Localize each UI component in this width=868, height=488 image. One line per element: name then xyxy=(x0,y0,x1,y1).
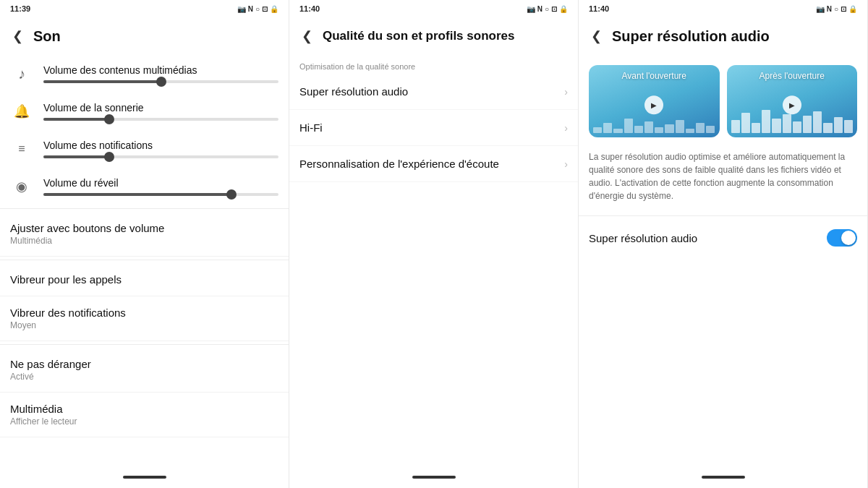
sq-hi-fi-label: Hi-Fi xyxy=(299,121,323,134)
volume-notifications-label: Volume des notifications xyxy=(43,140,278,151)
alarm-icon: ◉ xyxy=(10,175,33,198)
menu-vibreur-appels-title: Vibreur pour les appels xyxy=(10,273,122,286)
menu-multimedia[interactable]: Multimédia Afficher le lecteur xyxy=(0,393,289,437)
sq-personnalisation[interactable]: Personnalisation de l'expérience d'écout… xyxy=(289,146,578,182)
status-bar-3: 11:40 📷 N ○ ⊡ 🔒 xyxy=(579,0,867,17)
sr-description: La super résolution audio optimise et am… xyxy=(579,147,867,213)
sr-toggle-label: Super résolution audio xyxy=(589,232,697,244)
sr-card-after-play[interactable]: ▶ xyxy=(783,95,801,114)
panel-content-2: Optimisation de la qualité sonore Super … xyxy=(289,55,578,466)
volume-multimedia-slider[interactable] xyxy=(43,80,278,83)
bottom-nav-bar-1 xyxy=(123,476,166,479)
menu-ajuster-subtitle: Multimédia xyxy=(10,236,164,246)
volume-reveil-label: Volume du réveil xyxy=(43,177,278,189)
sq-super-resolution-label: Super résolution audio xyxy=(299,85,408,98)
divider-3 xyxy=(0,344,289,345)
panel-bottom-2 xyxy=(289,466,578,488)
page-title-2: Qualité du son et profils sonores xyxy=(323,29,514,43)
divider-2 xyxy=(0,260,289,260)
menu-multimedia-subtitle: Afficher le lecteur xyxy=(10,416,77,427)
volume-multimedia-controls: Volume des contenus multimédias xyxy=(43,64,278,83)
volume-multimedia: ♪ Volume des contenus multimédias xyxy=(0,55,289,93)
sr-toggle-switch[interactable] xyxy=(827,229,857,247)
volume-sonnerie-label: Volume de la sonnerie xyxy=(43,102,278,114)
back-button-1[interactable]: ❮ xyxy=(7,26,27,46)
notifications-icon: ≡ xyxy=(10,137,33,160)
sq-hi-fi[interactable]: Hi-Fi › xyxy=(289,110,578,146)
volume-reveil-controls: Volume du réveil xyxy=(43,177,278,196)
panel-qualite-son: 11:40 📷 N ○ ⊡ 🔒 ❮ Qualité du son et prof… xyxy=(289,0,579,488)
volume-reveil-slider[interactable] xyxy=(43,193,278,196)
menu-vibreur-appels[interactable]: Vibreur pour les appels xyxy=(0,263,289,296)
panel-header-2: ❮ Qualité du son et profils sonores xyxy=(289,17,578,55)
back-button-3[interactable]: ❮ xyxy=(586,26,606,46)
chevron-icon-2: › xyxy=(564,122,568,134)
panel-content-3: Avant l'ouverture ▶ xyxy=(579,55,867,466)
sr-toggle-knob xyxy=(841,231,856,245)
status-bar-1: 11:39 📷 N ○ ⊡ 🔒 xyxy=(0,0,289,17)
panel-header-3: ❮ Super résolution audio xyxy=(579,17,867,55)
sr-card-before-play[interactable]: ▶ xyxy=(644,95,663,114)
menu-ne-pas-deranger-subtitle: Activé xyxy=(10,372,91,382)
volume-sonnerie-controls: Volume de la sonnerie xyxy=(43,102,278,121)
sq-personnalisation-label: Personnalisation de l'expérience d'écout… xyxy=(299,158,499,170)
panel-bottom-3 xyxy=(579,466,867,488)
panel-super-resolution: 11:40 📷 N ○ ⊡ 🔒 ❮ Super résolution audio… xyxy=(579,0,868,488)
sr-card-before[interactable]: Avant l'ouverture ▶ xyxy=(589,65,720,137)
sr-preview: Avant l'ouverture ▶ xyxy=(579,55,867,147)
music-icon: ♪ xyxy=(10,62,33,85)
sr-card-after-label: Après l'ouverture xyxy=(727,71,858,81)
menu-vibreur-notif-subtitle: Moyen xyxy=(10,320,126,330)
bottom-nav-bar-3 xyxy=(702,476,745,479)
volume-notifications-controls: Volume des notifications xyxy=(43,140,278,158)
volume-reveil: ◉ Volume du réveil xyxy=(0,168,289,205)
page-title-3: Super résolution audio xyxy=(612,27,770,45)
sq-super-resolution[interactable]: Super résolution audio › xyxy=(289,74,578,110)
back-button-2[interactable]: ❮ xyxy=(297,26,317,46)
volume-notifications: ≡ Volume des notifications xyxy=(0,130,289,168)
divider-1 xyxy=(0,208,289,209)
volume-notifications-slider[interactable] xyxy=(43,155,278,158)
volume-sonnerie-slider[interactable] xyxy=(43,118,278,121)
menu-ajuster-title: Ajuster avec boutons de volume xyxy=(10,222,164,234)
status-icons-1: 📷 N ○ ⊡ 🔒 xyxy=(237,5,278,13)
status-icons-3: 📷 N ○ ⊡ 🔒 xyxy=(816,5,857,13)
panel-bottom-1 xyxy=(0,466,289,488)
panel-header-1: ❮ Son xyxy=(0,17,289,55)
menu-multimedia-title: Multimédia xyxy=(10,403,77,415)
sr-toggle-row: Super résolution audio xyxy=(579,219,867,257)
time-2: 11:40 xyxy=(299,4,320,13)
page-title-1: Son xyxy=(33,27,61,45)
menu-vibreur-notif-title: Vibreur des notifications xyxy=(10,307,126,319)
status-icons-2: 📷 N ○ ⊡ 🔒 xyxy=(527,5,568,13)
chevron-icon-1: › xyxy=(564,86,568,98)
status-bar-2: 11:40 📷 N ○ ⊡ 🔒 xyxy=(289,0,578,17)
menu-ajuster[interactable]: Ajuster avec boutons de volume Multimédi… xyxy=(0,212,289,257)
menu-ne-pas-deranger-title: Ne pas déranger xyxy=(10,358,91,370)
chevron-icon-3: › xyxy=(564,158,568,170)
bottom-nav-bar-2 xyxy=(412,476,456,479)
time-3: 11:40 xyxy=(589,4,609,13)
section-label-2: Optimisation de la qualité sonore xyxy=(289,55,578,74)
menu-vibreur-notif[interactable]: Vibreur des notifications Moyen xyxy=(0,296,289,341)
time-1: 11:39 xyxy=(10,4,30,13)
menu-ne-pas-deranger[interactable]: Ne pas déranger Activé xyxy=(0,348,289,393)
sr-card-before-label: Avant l'ouverture xyxy=(589,71,720,81)
sr-card-after[interactable]: Après l'ouverture ▶ xyxy=(727,65,858,137)
volume-sonnerie: 🔔 Volume de la sonnerie xyxy=(0,93,289,130)
panel-content-1: ♪ Volume des contenus multimédias 🔔 Volu… xyxy=(0,55,289,466)
bell-icon: 🔔 xyxy=(10,100,33,123)
volume-multimedia-label: Volume des contenus multimédias xyxy=(43,64,278,76)
divider-sr xyxy=(579,215,867,216)
panel-son: 11:39 📷 N ○ ⊡ 🔒 ❮ Son ♪ Volume des conte… xyxy=(0,0,289,488)
